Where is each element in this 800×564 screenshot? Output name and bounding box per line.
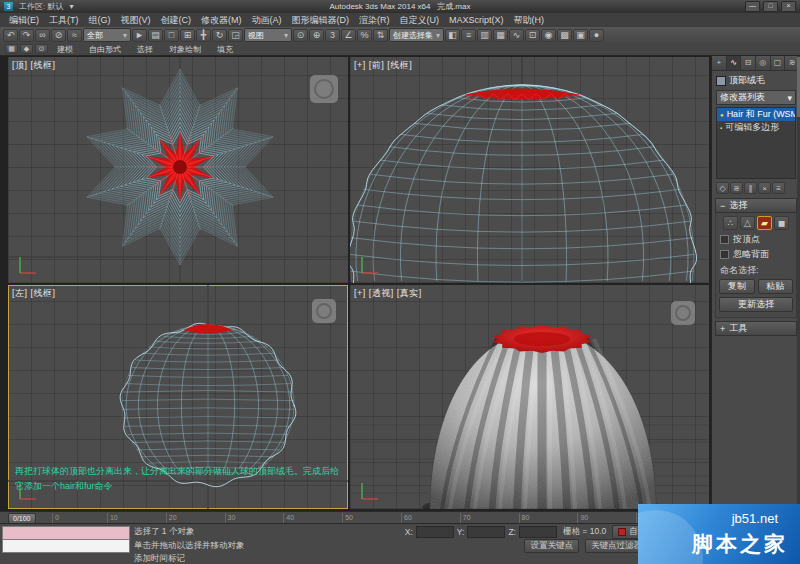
maximize-button[interactable]: □ xyxy=(763,1,778,12)
app-logo-icon[interactable]: 3 xyxy=(4,2,13,11)
y-coordinate-field[interactable] xyxy=(467,526,505,538)
create-tab-icon[interactable]: + xyxy=(712,55,727,70)
stack-row-0[interactable]: ●Hair 和 Fur (WSM) xyxy=(717,108,795,121)
show-end-result-icon[interactable]: ≋ xyxy=(730,182,743,194)
rect-region-icon[interactable]: □ xyxy=(164,29,179,42)
paste-button[interactable]: 粘贴 xyxy=(758,279,794,294)
render-frame-icon[interactable]: ▣ xyxy=(573,29,588,42)
curve-editor-icon[interactable]: ∿ xyxy=(509,29,524,42)
menu-item-10[interactable]: MAXScript(X) xyxy=(444,15,509,25)
z-coordinate-field[interactable] xyxy=(519,526,557,538)
select-by-name-icon[interactable]: ▤ xyxy=(148,29,163,42)
viewport-front-label[interactable]: [+] [前] [线框] xyxy=(354,59,412,72)
undo-icon[interactable]: ↶ xyxy=(3,29,18,42)
viewport-front[interactable]: [+] [前] [线框] xyxy=(350,57,709,283)
redo-icon[interactable]: ↷ xyxy=(19,29,34,42)
display-tab-icon[interactable]: ▢ xyxy=(771,55,786,70)
close-button[interactable]: × xyxy=(781,1,796,12)
add-time-tag[interactable]: 添加时间标记 xyxy=(134,553,185,564)
menu-item-1[interactable]: 工具(T) xyxy=(44,14,84,27)
listener-macro-row[interactable] xyxy=(2,526,130,540)
menu-item-6[interactable]: 动画(A) xyxy=(247,14,287,27)
spinner-snap-icon[interactable]: ⇅ xyxy=(373,29,388,42)
schematic-view-icon[interactable]: ⊡ xyxy=(525,29,540,42)
viewport-perspective[interactable]: [+] [透视] [真实] xyxy=(350,285,709,509)
menu-item-8[interactable]: 渲染(R) xyxy=(354,14,395,27)
element-subobject-icon[interactable]: ◼ xyxy=(774,216,789,230)
rotate-icon[interactable]: ↻ xyxy=(212,29,227,42)
checkbox-row-1[interactable]: 忽略背面 xyxy=(720,248,792,261)
menu-item-11[interactable]: 帮助(H) xyxy=(509,14,550,27)
viewcube-icon[interactable] xyxy=(312,299,336,323)
minimize-button[interactable]: — xyxy=(745,1,760,12)
render-setup-icon[interactable]: ▩ xyxy=(557,29,572,42)
tools-rollout-header[interactable]: + 工具 xyxy=(715,321,797,336)
viewcube-icon[interactable] xyxy=(671,301,695,325)
stack-row-1[interactable]: ▪可编辑多边形 xyxy=(717,121,795,134)
move-icon[interactable]: ╋ xyxy=(196,29,211,42)
viewport-left[interactable]: [左] [线框] 再把打球体的顶部也分离出来，让分离出来的部分做仙人球的顶部绒毛… xyxy=(8,285,348,509)
layer-manager-icon[interactable]: ▥ xyxy=(477,29,492,42)
menu-item-9[interactable]: 自定义(U) xyxy=(395,14,445,27)
menu-item-2[interactable]: 组(G) xyxy=(84,14,116,27)
ribbon-tab-4[interactable]: 填充 xyxy=(210,44,240,55)
modifier-list-dropdown[interactable]: 修改器列表 ▾ xyxy=(716,90,796,105)
mirror-icon[interactable]: ◧ xyxy=(445,29,460,42)
selection-filter-combo[interactable]: 全部▾ xyxy=(83,28,131,42)
workspace-selector[interactable]: 工作区: 默认 xyxy=(19,1,63,12)
manipulate-icon[interactable]: ⊕ xyxy=(309,29,324,42)
ribbon-tab-3[interactable]: 对象绘制 xyxy=(162,44,208,55)
listener-script-row[interactable] xyxy=(2,540,130,553)
menu-item-0[interactable]: 编辑(E) xyxy=(4,14,44,27)
polygon-subobject-icon[interactable]: ▰ xyxy=(757,216,772,230)
select-object-icon[interactable]: ► xyxy=(132,29,147,42)
ribbon-pivot-icon[interactable]: ⊙ xyxy=(35,44,48,54)
align-icon[interactable]: ≡ xyxy=(461,29,476,42)
object-color-swatch[interactable] xyxy=(716,76,726,86)
select-link-icon[interactable]: ∞ xyxy=(35,29,50,42)
selection-rollout-header[interactable]: − 选择 xyxy=(715,198,797,213)
set-key-button[interactable]: 设置关键点 xyxy=(524,539,579,553)
menu-item-3[interactable]: 视图(V) xyxy=(116,14,156,27)
angle-snap-icon[interactable]: ∠ xyxy=(341,29,356,42)
ribbon-tab-2[interactable]: 选择 xyxy=(130,44,160,55)
named-selection-combo[interactable]: 创建选择集▾ xyxy=(389,28,444,42)
menu-item-4[interactable]: 创建(C) xyxy=(156,14,197,27)
unlink-icon[interactable]: ⊘ xyxy=(51,29,66,42)
copy-button[interactable]: 复制 xyxy=(719,279,755,294)
polygon-modeling-icon[interactable]: ▦ xyxy=(5,44,18,54)
x-coordinate-field[interactable] xyxy=(416,526,454,538)
window-crossing-icon[interactable]: ⊞ xyxy=(180,29,195,42)
workspace-dropdown-icon[interactable]: ▾ xyxy=(69,2,73,11)
scale-icon[interactable]: ◲ xyxy=(228,29,243,42)
viewport-left-label[interactable]: [左] [线框] xyxy=(12,287,56,300)
menu-item-5[interactable]: 修改器(M) xyxy=(196,14,247,27)
pivot-center-icon[interactable]: ⊙ xyxy=(293,29,308,42)
viewport-top[interactable]: [顶] [线框] xyxy=(8,57,348,283)
checkbox-row-0[interactable]: 按顶点 xyxy=(720,233,792,246)
modify-tab-icon[interactable]: ∿ xyxy=(727,55,742,70)
modifier-bulb-icon[interactable]: ● xyxy=(720,112,724,118)
menu-item-7[interactable]: 图形编辑器(D) xyxy=(287,14,355,27)
make-unique-icon[interactable]: ∥ xyxy=(744,182,757,194)
guides-subobject-icon[interactable]: ∴ xyxy=(723,216,738,230)
update-selection-button[interactable]: 更新选择 xyxy=(719,297,793,312)
maxscript-mini-listener[interactable] xyxy=(2,526,130,553)
configure-modifier-sets-icon[interactable]: ≡ xyxy=(772,182,785,194)
render-icon[interactable]: ● xyxy=(589,29,604,42)
material-editor-icon[interactable]: ◉ xyxy=(541,29,556,42)
modifier-bulb-icon[interactable]: ▪ xyxy=(720,125,722,131)
viewcube-icon[interactable] xyxy=(310,75,338,103)
hierarchy-tab-icon[interactable]: ⊟ xyxy=(741,55,756,70)
percent-snap-icon[interactable]: % xyxy=(357,29,372,42)
graphite-toggle-icon[interactable]: ▦ xyxy=(493,29,508,42)
bind-spacewarp-icon[interactable]: ≈ xyxy=(67,29,82,42)
freeform-icon[interactable]: ◆ xyxy=(20,44,33,54)
motion-tab-icon[interactable]: ◎ xyxy=(756,55,771,70)
viewport-top-label[interactable]: [顶] [线框] xyxy=(12,59,56,72)
ribbon-tab-1[interactable]: 自由形式 xyxy=(82,44,128,55)
snap-toggle-icon[interactable]: 3 xyxy=(325,29,340,42)
viewport-perspective-label[interactable]: [+] [透视] [真实] xyxy=(354,287,422,300)
pin-stack-icon[interactable]: ◇ xyxy=(716,182,729,194)
ref-coord-combo[interactable]: 视图▾ xyxy=(244,28,292,42)
